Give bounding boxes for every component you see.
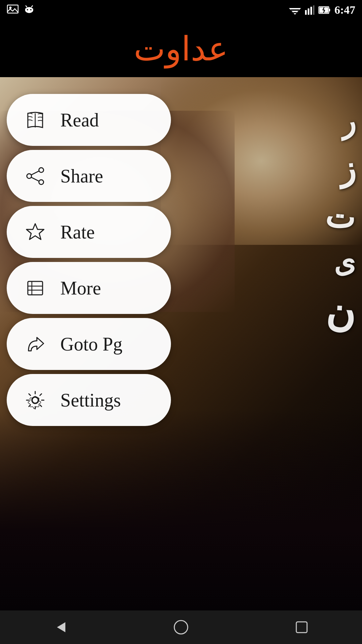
svg-line-40 xyxy=(29,394,31,395)
urdu-calligraphy: ر ز ت ی ن xyxy=(325,104,355,335)
share-label: Share xyxy=(60,165,103,187)
svg-line-28 xyxy=(32,177,39,181)
status-right-icons: 6:47 xyxy=(289,4,355,16)
list-icon xyxy=(23,278,47,298)
android-icon xyxy=(23,3,35,17)
goto-button[interactable]: Goto Pg xyxy=(7,318,171,370)
svg-marker-29 xyxy=(26,224,44,239)
svg-rect-17 xyxy=(313,5,314,15)
urdu-char-2: ز xyxy=(338,149,357,189)
svg-rect-8 xyxy=(32,8,33,11)
battery-icon xyxy=(318,5,330,15)
svg-rect-19 xyxy=(329,9,330,11)
read-label: Read xyxy=(60,109,99,131)
gear-icon xyxy=(23,390,47,410)
svg-rect-14 xyxy=(305,10,307,15)
forward-icon xyxy=(23,334,47,354)
svg-rect-15 xyxy=(308,8,309,15)
svg-point-3 xyxy=(27,9,28,10)
svg-point-26 xyxy=(27,174,32,178)
read-button[interactable]: Read xyxy=(7,94,171,146)
svg-line-5 xyxy=(26,6,27,7)
back-button[interactable] xyxy=(47,614,74,641)
more-label: More xyxy=(60,277,101,299)
home-button[interactable] xyxy=(168,614,194,641)
gallery-icon xyxy=(7,3,19,17)
svg-point-24 xyxy=(39,168,44,172)
svg-rect-0 xyxy=(7,5,18,13)
status-bar: 6:47 xyxy=(0,0,362,20)
svg-point-1 xyxy=(9,6,12,9)
svg-line-42 xyxy=(40,394,42,395)
status-left-icons xyxy=(7,3,35,17)
svg-line-27 xyxy=(32,171,39,175)
urdu-char-5: ن xyxy=(324,288,356,336)
signal-icon xyxy=(305,5,314,15)
app-title: عداوت xyxy=(134,29,228,68)
recent-button[interactable] xyxy=(288,614,315,641)
app-header: عداوت xyxy=(0,20,362,77)
svg-point-25 xyxy=(39,180,44,184)
svg-rect-7 xyxy=(25,8,26,11)
rate-button[interactable]: Rate xyxy=(7,206,171,258)
status-time: 6:47 xyxy=(335,4,355,16)
star-icon xyxy=(23,222,47,242)
svg-point-45 xyxy=(174,621,188,634)
book-icon xyxy=(23,110,47,130)
urdu-char-1: ر xyxy=(340,103,357,140)
svg-point-35 xyxy=(32,397,39,404)
svg-rect-16 xyxy=(310,7,312,15)
svg-marker-44 xyxy=(57,622,65,632)
menu-buttons-container: Read Share Rate xyxy=(0,87,174,433)
svg-rect-46 xyxy=(296,622,307,633)
urdu-char-3: ت xyxy=(324,197,357,236)
rate-label: Rate xyxy=(60,221,95,243)
svg-point-4 xyxy=(30,9,32,10)
svg-line-6 xyxy=(32,6,33,7)
settings-button[interactable]: Settings xyxy=(7,374,171,426)
goto-label: Goto Pg xyxy=(60,333,122,355)
bottom-navigation xyxy=(0,610,362,644)
bg-blob-3 xyxy=(0,409,362,610)
urdu-char-4: ی xyxy=(330,244,357,280)
svg-line-41 xyxy=(40,405,42,407)
svg-point-2 xyxy=(25,7,33,13)
wifi-icon xyxy=(289,5,301,15)
share-icon xyxy=(23,166,47,186)
settings-label: Settings xyxy=(60,389,121,411)
svg-rect-30 xyxy=(28,281,43,295)
share-button[interactable]: Share xyxy=(7,150,171,202)
more-button[interactable]: More xyxy=(7,262,171,314)
